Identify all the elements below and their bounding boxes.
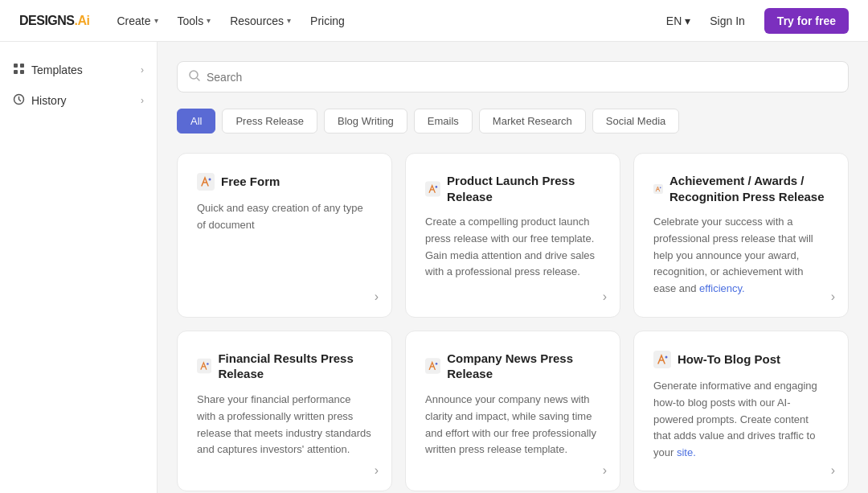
card-title: How-To Blog Post	[678, 351, 780, 368]
ai-logo-icon	[197, 357, 211, 375]
nav-tools[interactable]: Tools ▾	[170, 10, 219, 32]
svg-point-9	[436, 186, 438, 188]
nav-resources[interactable]: Resources ▾	[222, 10, 299, 32]
card-title: Product Launch Press Release	[447, 173, 600, 204]
svg-rect-10	[653, 184, 663, 194]
card-desc: Generate informative and engaging how-to…	[653, 378, 829, 471]
sidebar-templates-label: Templates	[31, 64, 83, 76]
chevron-right-icon: ›	[141, 64, 144, 76]
sidebar-item-history[interactable]: History ›	[0, 85, 157, 116]
search-input[interactable]	[207, 71, 837, 84]
chevron-down-icon: ▾	[207, 16, 211, 25]
card-desc: Quick and easy creation of any type of d…	[197, 200, 372, 298]
ai-logo-icon	[425, 180, 440, 198]
card-desc: Celebrate your success with a profession…	[653, 214, 829, 298]
chevron-right-icon: ›	[375, 290, 379, 304]
filter-tabs: All Press Release Blog Writing Emails Ma…	[177, 109, 849, 134]
search-bar	[177, 61, 849, 92]
chevron-right-icon: ›	[603, 290, 607, 304]
nav-create[interactable]: Create ▾	[108, 10, 166, 32]
card-how-to-blog[interactable]: How-To Blog Post Generate informative an…	[633, 331, 849, 491]
grid-icon	[13, 63, 25, 77]
clock-icon	[13, 93, 25, 108]
card-free-form[interactable]: Free Form Quick and easy creation of any…	[177, 153, 392, 318]
svg-point-11	[660, 187, 661, 188]
chevron-down-icon: ▾	[154, 16, 158, 25]
filter-tab-market-research[interactable]: Market Research	[479, 109, 586, 134]
chevron-down-icon: ▾	[685, 14, 690, 27]
svg-rect-2	[14, 70, 18, 74]
svg-point-5	[190, 71, 198, 79]
filter-tab-emails[interactable]: Emails	[414, 109, 473, 134]
sidebar: Templates › History ›	[0, 42, 158, 493]
card-desc: Share your financial performance with a …	[197, 392, 372, 471]
chevron-right-icon: ›	[831, 290, 835, 304]
sign-in-button[interactable]: Sign In	[700, 10, 755, 32]
nav-right: EN ▾ Sign In Try for free	[666, 8, 849, 34]
card-desc: Create a compelling product launch press…	[425, 214, 600, 298]
chevron-right-icon: ›	[831, 463, 835, 478]
card-title: Financial Results Press Release	[218, 351, 372, 382]
svg-rect-0	[14, 64, 18, 68]
nav-pricing[interactable]: Pricing	[302, 10, 353, 32]
ai-logo-icon	[197, 173, 215, 191]
sidebar-history-label: History	[31, 94, 67, 107]
svg-point-17	[665, 355, 668, 358]
chevron-down-icon: ▾	[287, 16, 291, 25]
sidebar-item-templates[interactable]: Templates ›	[0, 55, 157, 85]
card-company-news[interactable]: Company News Press Release Announce your…	[405, 331, 620, 491]
card-financial-results[interactable]: Financial Results Press Release Share yo…	[177, 331, 392, 491]
logo-text: DESIGNS.Ai	[19, 14, 89, 28]
try-free-button[interactable]: Try for free	[764, 8, 849, 34]
ai-logo-icon	[425, 357, 440, 375]
card-grid: Free Form Quick and easy creation of any…	[177, 153, 849, 491]
search-icon	[189, 70, 200, 84]
svg-rect-14	[425, 359, 440, 374]
card-achievement[interactable]: Achievement / Awards / Recognition Press…	[633, 153, 849, 318]
svg-rect-1	[20, 64, 24, 68]
svg-point-7	[209, 179, 211, 181]
filter-tab-blog-writing[interactable]: Blog Writing	[324, 109, 407, 134]
svg-rect-12	[197, 359, 211, 373]
language-selector[interactable]: EN ▾	[666, 14, 690, 27]
chevron-right-icon: ›	[375, 463, 379, 478]
chevron-right-icon: ›	[603, 463, 607, 478]
svg-rect-8	[425, 181, 440, 196]
card-product-launch[interactable]: Product Launch Press Release Create a co…	[405, 153, 620, 318]
card-title: Achievement / Awards / Recognition Press…	[669, 173, 829, 204]
svg-point-15	[436, 364, 438, 366]
navbar: DESIGNS.Ai Create ▾ Tools ▾ Resources ▾ …	[0, 0, 868, 42]
ai-logo-icon	[653, 351, 671, 368]
svg-point-13	[207, 364, 209, 366]
card-desc: Announce your company news with clarity …	[425, 392, 600, 471]
chevron-right-icon: ›	[141, 95, 144, 106]
main-layout: Templates › History ›	[0, 42, 868, 493]
svg-rect-6	[197, 173, 215, 191]
main-content: All Press Release Blog Writing Emails Ma…	[158, 42, 868, 493]
filter-tab-social-media[interactable]: Social Media	[592, 109, 679, 134]
card-title: Company News Press Release	[447, 351, 600, 382]
card-title: Free Form	[221, 174, 280, 190]
svg-rect-16	[653, 351, 671, 368]
brand-logo[interactable]: DESIGNS.Ai	[19, 14, 89, 28]
filter-tab-all[interactable]: All	[177, 109, 215, 134]
ai-logo-icon	[653, 180, 663, 198]
filter-tab-press-release[interactable]: Press Release	[222, 109, 317, 134]
svg-rect-3	[20, 70, 24, 74]
nav-links: Create ▾ Tools ▾ Resources ▾ Pricing	[108, 10, 665, 32]
